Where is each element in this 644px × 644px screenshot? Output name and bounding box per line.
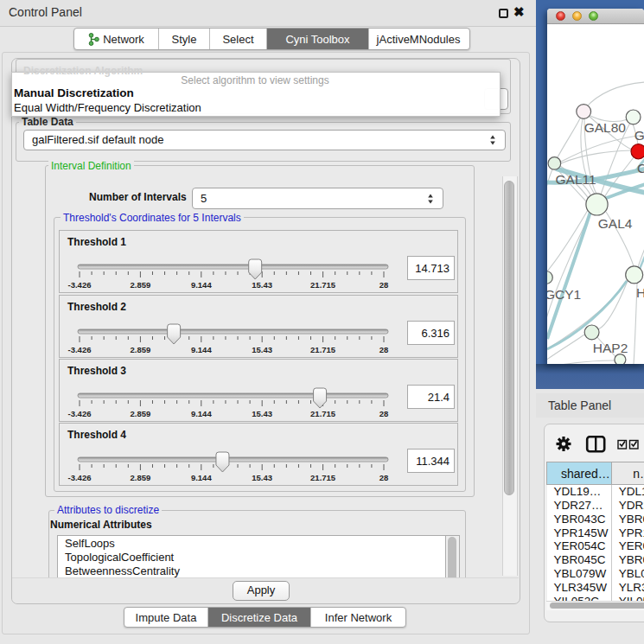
svg-text:-3.426: -3.426 (68, 473, 92, 482)
svg-text:-3.426: -3.426 (68, 345, 92, 354)
svg-text:-3.426: -3.426 (68, 280, 92, 290)
svg-text:9.144: 9.144 (191, 409, 212, 418)
svg-text:28: 28 (379, 280, 389, 290)
svg-text:15.43: 15.43 (252, 473, 272, 482)
svg-text:28: 28 (379, 409, 389, 418)
svg-text:GAL4: GAL4 (598, 216, 633, 231)
svg-text:9.144: 9.144 (191, 473, 212, 482)
svg-text:GAL80: GAL80 (584, 120, 627, 135)
svg-text:GCY1: GCY1 (547, 287, 581, 302)
svg-text:2.859: 2.859 (131, 409, 151, 418)
svg-text:21.715: 21.715 (310, 280, 336, 290)
svg-text:21.715: 21.715 (310, 345, 336, 354)
svg-text:GA: GA (634, 128, 644, 143)
svg-text:2.859: 2.859 (131, 280, 151, 290)
svg-text:21.715: 21.715 (310, 473, 336, 482)
svg-text:21.715: 21.715 (310, 409, 336, 418)
svg-text:15.43: 15.43 (252, 345, 272, 354)
svg-text:GAL11: GAL11 (556, 172, 596, 187)
svg-text:9.144: 9.144 (191, 345, 212, 354)
svg-text:28: 28 (379, 345, 389, 354)
svg-text:15.43: 15.43 (252, 409, 272, 418)
svg-text:28: 28 (379, 473, 389, 482)
svg-text:15.43: 15.43 (252, 280, 272, 290)
svg-text:HAP2: HAP2 (593, 341, 628, 355)
svg-text:2.859: 2.859 (131, 473, 151, 482)
svg-text:2.859: 2.859 (131, 345, 151, 354)
svg-text:C: C (637, 161, 644, 175)
svg-text:-3.426: -3.426 (68, 409, 92, 418)
svg-text:9.144: 9.144 (191, 280, 212, 290)
svg-text:HI: HI (636, 285, 644, 300)
